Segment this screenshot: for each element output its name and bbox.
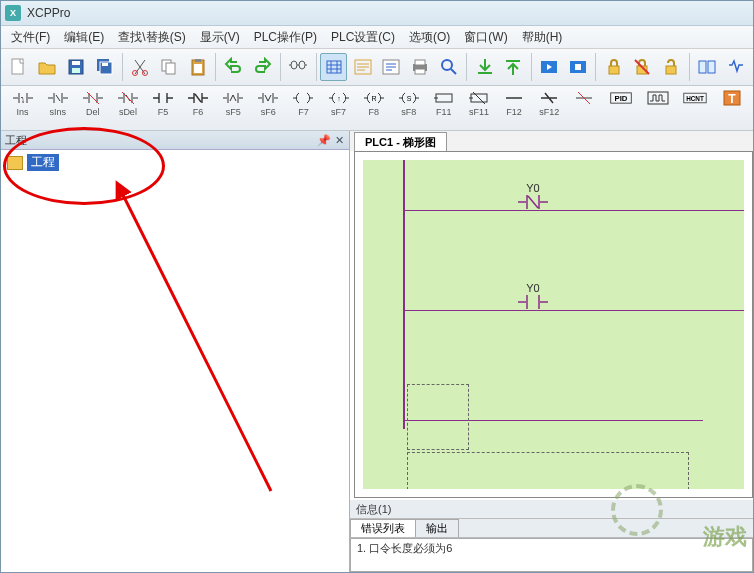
fn-f12[interactable]: F12 [499, 88, 530, 118]
comment-button[interactable] [378, 53, 405, 81]
paste-button[interactable] [185, 53, 212, 81]
fn-t[interactable]: T [716, 88, 747, 109]
svg-rect-12 [195, 59, 201, 62]
stop-button[interactable] [565, 53, 592, 81]
svg-rect-13 [194, 64, 202, 73]
copy-button[interactable] [156, 53, 183, 81]
branch-box [407, 384, 469, 450]
fn-f7[interactable]: F7 [288, 88, 319, 118]
svg-point-22 [442, 60, 452, 70]
fn-label: sF8 [401, 108, 416, 117]
fn-del[interactable]: Del [77, 88, 108, 118]
fn-label: F7 [298, 108, 309, 117]
title-bar: X XCPPro [1, 1, 753, 26]
info-body: 1. 口令长度必须为6 [350, 538, 753, 572]
svg-rect-39 [648, 92, 668, 104]
menu-file[interactable]: 文件(F) [5, 27, 56, 48]
tree-root-item[interactable]: 工程 [7, 154, 343, 171]
find-button[interactable] [285, 53, 312, 81]
menu-option[interactable]: 选项(O) [403, 27, 456, 48]
svg-rect-28 [666, 66, 676, 74]
fn-f11[interactable]: F11 [428, 88, 459, 118]
cut-button[interactable] [127, 53, 154, 81]
ladder-editor[interactable]: Y0 Y0 [354, 151, 753, 498]
menu-help[interactable]: 帮助(H) [516, 27, 569, 48]
tree-root-label: 工程 [27, 154, 59, 171]
pin-icon[interactable]: 📌 [317, 134, 329, 147]
info-panel: 信息(1) 错误列表 输出 1. 口令长度必须为6 [350, 500, 753, 572]
project-panel: 工程 📌 ✕ 工程 [1, 131, 350, 572]
editor-tabs: PLC1 - 梯形图 [350, 131, 753, 151]
project-tree[interactable]: 工程 [1, 150, 349, 572]
fn-label: sF5 [226, 108, 241, 117]
upload-button[interactable] [500, 53, 527, 81]
info-header: 信息(1) [350, 500, 753, 519]
fn-sf12[interactable]: sF12 [534, 88, 565, 118]
tab-errors[interactable]: 错误列表 [350, 519, 416, 537]
fn-sdel[interactable]: sDel [112, 88, 143, 118]
redo-button[interactable] [249, 53, 276, 81]
download-button[interactable] [471, 53, 498, 81]
svg-rect-16 [327, 61, 341, 73]
monitor-button[interactable] [722, 53, 749, 81]
fn-f5[interactable]: F5 [147, 88, 178, 118]
tab-output[interactable]: 输出 [415, 519, 459, 537]
menu-view[interactable]: 显示(V) [194, 27, 246, 48]
svg-rect-35 [436, 94, 452, 102]
print-button[interactable] [407, 53, 434, 81]
tab-plc1[interactable]: PLC1 - 梯形图 [354, 132, 447, 151]
svg-text:⤵: ⤵ [21, 96, 25, 103]
rung-2 [403, 310, 744, 311]
svg-text:T: T [728, 92, 736, 106]
svg-rect-30 [708, 61, 715, 73]
close-icon[interactable]: ✕ [333, 134, 345, 147]
svg-text:R: R [371, 95, 376, 102]
fn-hdel[interactable] [569, 88, 600, 109]
fn-sins[interactable]: sIns [42, 88, 73, 118]
info-tabs: 错误列表 输出 [350, 519, 753, 538]
fn-pulse[interactable] [642, 88, 673, 109]
fn-label: sIns [49, 108, 66, 117]
ladder-view-button[interactable] [320, 53, 347, 81]
svg-rect-10 [166, 63, 175, 74]
main-panel: PLC1 - 梯形图 Y0 Y0 [350, 131, 753, 572]
fn-pid[interactable]: PID [604, 88, 639, 109]
svg-rect-2 [72, 61, 80, 65]
check-button[interactable] [436, 53, 463, 81]
branch-box-2 [407, 452, 689, 489]
menu-bar: 文件(F) 编辑(E) 查找\替换(S) 显示(V) PLC操作(P) PLC设… [1, 26, 753, 49]
unlock-button[interactable] [629, 53, 656, 81]
fn-sf8[interactable]: SsF8 [393, 88, 424, 118]
contact-y0-no[interactable]: Y0 [518, 282, 548, 312]
fn-sf7[interactable]: ↑sF7 [323, 88, 354, 118]
fn-sf5[interactable]: sF5 [218, 88, 249, 118]
fn-ins[interactable]: ⤵Ins [7, 88, 38, 118]
fn-sf11[interactable]: sF11 [463, 88, 494, 118]
menu-edit[interactable]: 编辑(E) [58, 27, 110, 48]
new-button[interactable] [5, 53, 32, 81]
fn-f6[interactable]: F6 [183, 88, 214, 118]
svg-text:PID: PID [615, 94, 628, 103]
fn-label: sF12 [539, 108, 559, 117]
left-rail [403, 160, 405, 429]
fn-sf6[interactable]: sF6 [253, 88, 284, 118]
fn-f8[interactable]: RF8 [358, 88, 389, 118]
fn-label: sF7 [331, 108, 346, 117]
run-button[interactable] [536, 53, 563, 81]
mnemonic-view-button[interactable] [349, 53, 376, 81]
compare-button[interactable] [693, 53, 720, 81]
menu-find[interactable]: 查找\替换(S) [112, 27, 191, 48]
menu-window[interactable]: 窗口(W) [458, 27, 513, 48]
save-button[interactable] [63, 53, 90, 81]
fn-hcnt[interactable]: HCNT [678, 88, 713, 109]
fn-label: F12 [506, 108, 522, 117]
contact-y0-nc[interactable]: Y0 [518, 182, 548, 212]
open-button[interactable] [34, 53, 61, 81]
saveall-button[interactable] [91, 53, 118, 81]
menu-plcop[interactable]: PLC操作(P) [248, 27, 323, 48]
menu-plcset[interactable]: PLC设置(C) [325, 27, 401, 48]
undo-button[interactable] [220, 53, 247, 81]
lockopen-button[interactable] [658, 53, 685, 81]
ladder-canvas[interactable]: Y0 Y0 [363, 160, 744, 489]
lock-button[interactable] [600, 53, 627, 81]
